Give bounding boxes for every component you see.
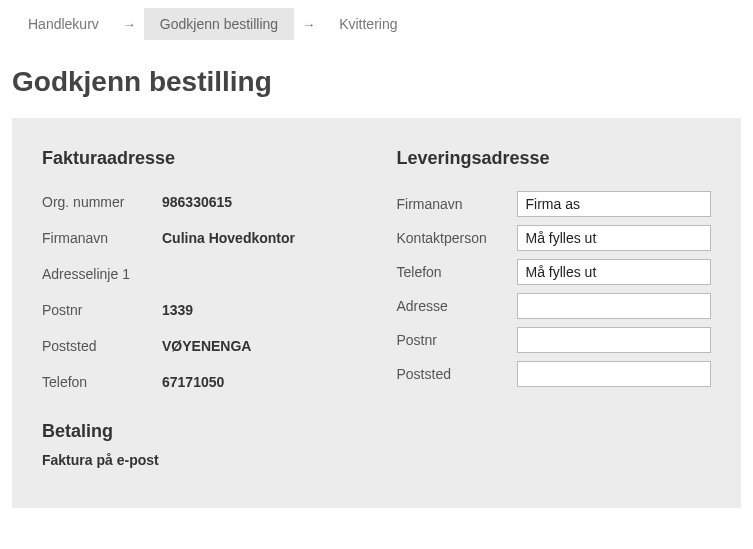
payment-method: Faktura på e-post — [42, 452, 357, 468]
delivery-company-label: Firmanavn — [397, 196, 517, 212]
delivery-address-section: Leveringsadresse Firmanavn Kontaktperson… — [397, 148, 712, 468]
delivery-poststed-input[interactable] — [517, 361, 712, 387]
delivery-heading: Leveringsadresse — [397, 148, 712, 169]
billing-org-label: Org. nummer — [42, 194, 162, 210]
billing-telefon-label: Telefon — [42, 374, 162, 390]
page-title: Godkjenn bestilling — [0, 48, 753, 118]
delivery-postnr-label: Postnr — [397, 332, 517, 348]
breadcrumb: Handlekurv → Godkjenn bestilling → Kvitt… — [0, 0, 753, 48]
billing-company-label: Firmanavn — [42, 230, 162, 246]
breadcrumb-step-approve[interactable]: Godkjenn bestilling — [144, 8, 294, 40]
billing-poststed-value: VØYENENGA — [162, 338, 251, 354]
delivery-postnr-input[interactable] — [517, 327, 712, 353]
delivery-contact-label: Kontaktperson — [397, 230, 517, 246]
delivery-adresse-input[interactable] — [517, 293, 712, 319]
delivery-telefon-label: Telefon — [397, 264, 517, 280]
billing-address1-label: Adresselinje 1 — [42, 266, 162, 282]
delivery-adresse-label: Adresse — [397, 298, 517, 314]
delivery-telefon-input[interactable] — [517, 259, 712, 285]
billing-org-value: 986330615 — [162, 194, 232, 210]
billing-telefon-value: 67171050 — [162, 374, 224, 390]
arrow-right-icon: → — [302, 17, 315, 32]
arrow-right-icon: → — [123, 17, 136, 32]
billing-postnr-value: 1339 — [162, 302, 193, 318]
billing-company-value: Culina Hovedkontor — [162, 230, 295, 246]
payment-heading: Betaling — [42, 421, 357, 442]
billing-poststed-label: Poststed — [42, 338, 162, 354]
breadcrumb-step-cart[interactable]: Handlekurv — [12, 8, 115, 40]
billing-address-section: Fakturaadresse Org. nummer 986330615 Fir… — [42, 148, 357, 468]
delivery-poststed-label: Poststed — [397, 366, 517, 382]
order-panel: Fakturaadresse Org. nummer 986330615 Fir… — [12, 118, 741, 508]
billing-heading: Fakturaadresse — [42, 148, 357, 169]
payment-section: Betaling Faktura på e-post — [42, 421, 357, 468]
delivery-company-input[interactable] — [517, 191, 712, 217]
billing-postnr-label: Postnr — [42, 302, 162, 318]
breadcrumb-step-receipt[interactable]: Kvittering — [323, 8, 413, 40]
delivery-contact-input[interactable] — [517, 225, 712, 251]
